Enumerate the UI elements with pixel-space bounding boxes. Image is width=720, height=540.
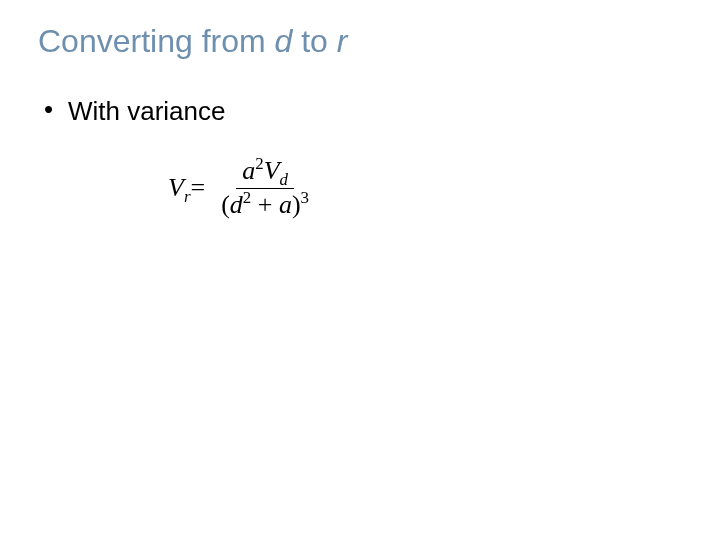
lhs-sub-r: r: [184, 188, 191, 207]
lhs-V: V: [168, 173, 184, 202]
variance-formula: Vr = a2Vd (d2 + a)3: [168, 155, 682, 221]
bullet-list: With variance: [44, 96, 682, 127]
den-plus: +: [251, 190, 279, 219]
bullet-item: With variance: [44, 96, 682, 127]
numerator: a2Vd: [236, 155, 294, 189]
num-V-sub: d: [280, 171, 288, 190]
den-close: ): [292, 190, 301, 219]
den-d-exp: 2: [243, 188, 251, 207]
title-var-r: r: [337, 23, 348, 59]
num-a-exp: 2: [255, 155, 263, 174]
equals-sign: =: [190, 173, 205, 203]
slide: Converting from d to r With variance Vr …: [0, 0, 720, 540]
den-a: a: [279, 190, 292, 219]
num-a: a: [242, 156, 255, 185]
slide-title: Converting from d to r: [38, 22, 682, 60]
title-var-d: d: [275, 23, 293, 59]
lhs: Vr: [168, 173, 190, 203]
denominator: (d2 + a)3: [215, 189, 315, 222]
den-open: (: [221, 190, 230, 219]
num-V: V: [264, 156, 280, 185]
den-outer-exp: 3: [301, 188, 309, 207]
equation: Vr = a2Vd (d2 + a)3: [168, 155, 682, 221]
title-prefix: Converting from: [38, 23, 275, 59]
title-mid: to: [292, 23, 336, 59]
bullet-text: With variance: [68, 96, 226, 126]
fraction: a2Vd (d2 + a)3: [215, 155, 315, 221]
den-d: d: [230, 190, 243, 219]
